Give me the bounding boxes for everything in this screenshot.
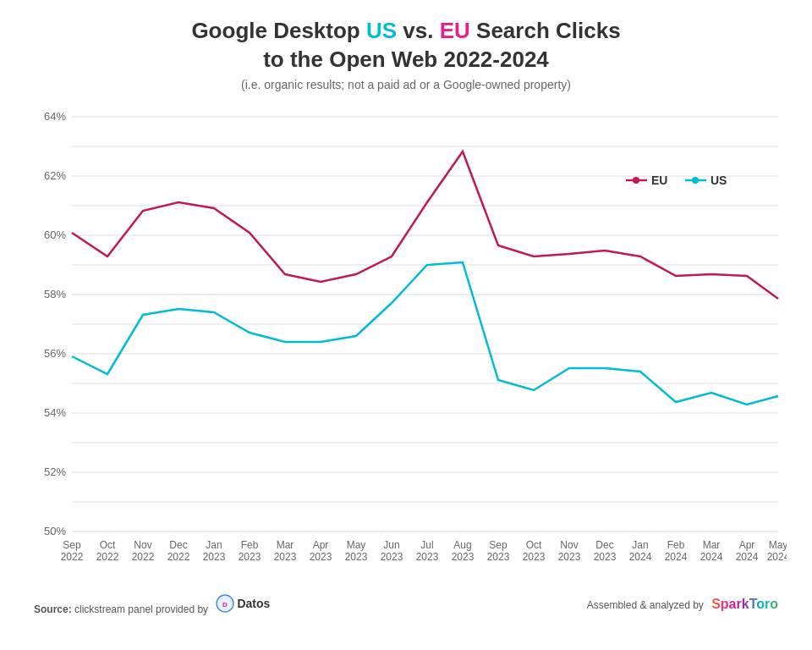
svg-text:2022: 2022 — [61, 551, 84, 563]
datos-icon: D — [216, 594, 234, 613]
svg-text:D: D — [223, 601, 228, 609]
svg-text:Nov: Nov — [560, 539, 578, 551]
svg-text:2023: 2023 — [558, 551, 581, 563]
svg-text:2023: 2023 — [594, 551, 617, 563]
svg-text:50%: 50% — [44, 525, 66, 537]
svg-text:Dec: Dec — [595, 539, 613, 551]
svg-text:Jun: Jun — [383, 539, 399, 551]
footer-right: Assembled & analyzed by SparkToro — [587, 597, 778, 612]
subtitle: (i.e. organic results; not a paid ad or … — [25, 78, 787, 91]
assembled-text: Assembled & analyzed by — [587, 599, 704, 611]
svg-text:54%: 54% — [44, 406, 66, 419]
source-text: clickstream panel provided by — [74, 603, 208, 615]
svg-text:2022: 2022 — [132, 551, 155, 563]
svg-text:64%: 64% — [44, 110, 66, 123]
chart-container: Google Desktop US vs. EU Search Clicks t… — [0, 0, 812, 650]
svg-text:Dec: Dec — [169, 539, 187, 551]
eu-legend-label: EU — [651, 174, 667, 187]
eu-legend-dot — [633, 177, 639, 184]
svg-text:Jul: Jul — [420, 539, 433, 551]
main-title: Google Desktop US vs. EU Search Clicks t… — [25, 17, 787, 74]
datos-logo: D Datos — [216, 594, 270, 613]
svg-text:2024: 2024 — [767, 551, 787, 563]
svg-text:Jan: Jan — [206, 539, 222, 551]
eu-line — [72, 151, 778, 299]
title-eu: EU — [440, 18, 470, 43]
title-post: Search Clicks — [470, 18, 621, 43]
svg-text:2023: 2023 — [487, 551, 510, 563]
svg-text:Mar: Mar — [703, 539, 721, 551]
svg-text:2024: 2024 — [629, 551, 652, 563]
svg-text:Jan: Jan — [632, 539, 648, 551]
svg-text:May: May — [769, 539, 787, 551]
svg-text:Feb: Feb — [241, 539, 259, 551]
title-pre: Google Desktop — [191, 18, 366, 43]
svg-text:Sep: Sep — [489, 539, 508, 551]
svg-text:May: May — [347, 539, 366, 551]
svg-text:2024: 2024 — [700, 551, 723, 563]
svg-text:Nov: Nov — [134, 539, 151, 551]
footer-source: Source: clickstream panel provided by D … — [34, 594, 270, 615]
svg-text:52%: 52% — [44, 465, 66, 478]
title-line2: to the Open Web 2022-2024 — [263, 47, 549, 72]
title-area: Google Desktop US vs. EU Search Clicks t… — [25, 17, 787, 91]
svg-text:58%: 58% — [44, 288, 66, 300]
title-mid: vs. — [397, 18, 440, 43]
svg-text:Sep: Sep — [63, 539, 81, 551]
chart-area: .grid-line { stroke: #ddd; stroke-width:… — [25, 100, 787, 591]
svg-text:2023: 2023 — [416, 551, 439, 563]
svg-text:2024: 2024 — [736, 551, 759, 563]
svg-text:2023: 2023 — [523, 551, 546, 563]
svg-text:Apr: Apr — [313, 539, 329, 551]
us-legend-label: US — [710, 174, 727, 187]
svg-text:2022: 2022 — [167, 551, 190, 563]
svg-text:2023: 2023 — [203, 551, 226, 563]
svg-text:Feb: Feb — [667, 539, 685, 551]
svg-text:60%: 60% — [44, 229, 66, 241]
chart-svg: .grid-line { stroke: #ddd; stroke-width:… — [25, 100, 787, 591]
svg-text:2023: 2023 — [452, 551, 475, 563]
svg-text:62%: 62% — [44, 169, 66, 182]
svg-text:Apr: Apr — [739, 539, 755, 551]
svg-text:Oct: Oct — [526, 539, 542, 551]
datos-name: Datos — [237, 597, 270, 610]
svg-text:2023: 2023 — [381, 551, 403, 563]
source-label: Source: — [34, 603, 72, 615]
svg-text:Aug: Aug — [453, 539, 471, 551]
svg-text:56%: 56% — [44, 347, 66, 360]
svg-text:Oct: Oct — [100, 539, 116, 551]
svg-text:2024: 2024 — [665, 551, 688, 563]
us-legend-dot — [692, 177, 699, 184]
svg-text:2023: 2023 — [274, 551, 297, 563]
svg-text:2022: 2022 — [96, 551, 119, 563]
svg-text:2023: 2023 — [239, 551, 261, 563]
svg-text:Mar: Mar — [277, 539, 294, 551]
svg-text:2023: 2023 — [345, 551, 368, 563]
title-us: US — [366, 18, 397, 43]
footer: Source: clickstream panel provided by D … — [25, 594, 787, 615]
svg-text:2023: 2023 — [310, 551, 332, 563]
sparktoro-logo: SparkToro — [711, 597, 778, 611]
